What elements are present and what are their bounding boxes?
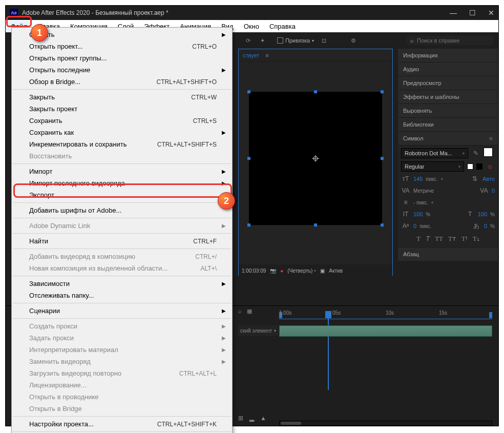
close-button[interactable]: ✕ [488, 9, 494, 17]
help-search[interactable]: ⌕ [406, 36, 493, 45]
eyedropper-icon[interactable]: ✎ [471, 149, 480, 158]
menu-help[interactable]: Справка [264, 21, 301, 32]
font-family-select[interactable]: Robotron Dot Ma...▾ [401, 148, 468, 158]
fill-stroke-swatch[interactable] [484, 148, 495, 159]
composition-canvas[interactable] [249, 92, 382, 225]
menu-item-label: Сценарии [29, 307, 217, 315]
minimize-button[interactable]: — [450, 9, 457, 17]
tsume-value[interactable]: 0 [484, 223, 487, 229]
search-input[interactable] [417, 37, 489, 44]
menu-item[interactable]: Экспорт▶ [12, 189, 232, 201]
puppet-icon[interactable]: ✦ [258, 36, 267, 45]
panel-audio[interactable]: Аудио [398, 63, 498, 76]
chevron-down-icon: ▾ [463, 151, 465, 156]
menu-item[interactable]: НайтиCTRL+F [12, 235, 232, 247]
menu-item[interactable]: Открыть последние▶ [12, 64, 232, 76]
menu-item[interactable]: Обзор в Bridge...CTRL+ALT+SHIFT+O [12, 76, 232, 88]
panel-character[interactable]: Символ ≡ [398, 132, 498, 146]
panel-align[interactable]: Выровнять [398, 104, 498, 118]
hscale-value[interactable]: 100 [478, 211, 487, 217]
bold-button[interactable]: T [416, 235, 421, 243]
camera-icon[interactable]: ▣ [320, 268, 325, 274]
time-ruler[interactable]: 1:00s 05s 10s 15s [279, 310, 492, 319]
menu-item[interactable]: Сценарии▶ [12, 305, 232, 317]
smallcaps-button[interactable]: Tᴛ [448, 235, 456, 243]
menu-item[interactable]: Зависимости▶ [12, 278, 232, 290]
font-style-select[interactable]: Regular▾ [401, 161, 464, 172]
menu-item[interactable]: СохранитьCTRL+S [12, 115, 232, 127]
scrollbar-thumb[interactable] [281, 422, 301, 425]
italic-button[interactable]: T [426, 235, 430, 243]
vscale-value[interactable]: 100 [413, 211, 423, 217]
leading-value[interactable]: Авто [482, 176, 495, 182]
menu-item[interactable]: Закрыть проект [12, 103, 232, 115]
menu-item[interactable]: Настройки проекта...CTRL+ALT+SHIFT+K [12, 418, 232, 430]
menu-item[interactable]: Импорт последнего видеоряда▶ [12, 177, 232, 189]
snap-toggle[interactable]: Привязка ▾ [277, 37, 314, 44]
menu-item[interactable]: ЗакрытьCTRL+W [12, 91, 232, 103]
resolution-dropdown[interactable]: (Четверть) ▾ [287, 268, 316, 274]
zoom-out-icon[interactable]: ▲ [260, 415, 266, 422]
handle-tl[interactable] [247, 90, 250, 93]
timeline-scrollbar[interactable] [279, 421, 492, 426]
layer-row[interactable]: ский элемент ▾ [238, 325, 278, 337]
menu-item[interactable]: Сохранить как▶ [12, 127, 232, 138]
menu-item[interactable]: Импорт▶ [12, 166, 232, 177]
search-icon[interactable]: ⌕ [238, 308, 242, 315]
bounds-icon[interactable]: ⊡ [319, 36, 328, 45]
channels-icon[interactable]: ● [280, 268, 283, 274]
settings-icon[interactable]: ⚙ [349, 36, 358, 45]
panel-menu-icon[interactable]: ≡ [265, 52, 268, 58]
black-swatch[interactable] [476, 163, 482, 170]
no-stroke-icon[interactable]: ⦸ [486, 162, 495, 171]
handle-bl[interactable] [247, 223, 250, 226]
handle-bm[interactable] [314, 223, 317, 226]
workarea-end[interactable] [489, 312, 492, 318]
panel-preview[interactable]: Предпросмотр [398, 76, 498, 90]
timecode[interactable]: 1:00:03:09 [242, 268, 266, 274]
handle-br[interactable] [381, 223, 384, 226]
handle-mr[interactable] [381, 157, 384, 160]
comp-icon[interactable]: ▦ [247, 308, 252, 315]
panel-libraries[interactable]: Библиотеки [398, 118, 498, 132]
canvas-area[interactable]: 1:00:03:09 📷 ● (Четверть) ▾ ▣ Актив [239, 61, 392, 277]
menu-item[interactable]: Открыть проект...CTRL+O [12, 40, 232, 52]
handle-tr[interactable] [381, 90, 384, 93]
layer-track-bar[interactable] [279, 325, 492, 337]
active-camera-label[interactable]: Актив [329, 268, 343, 274]
stroke-width-value[interactable]: - пикс. [413, 200, 428, 205]
square-icon [277, 37, 283, 44]
viewer-tab-label[interactable]: ствует [243, 52, 259, 58]
snap-label: Привязка [285, 37, 310, 44]
chevron-down-icon: ▾ [312, 38, 314, 43]
menu-item[interactable]: Инкрементировать и сохранитьCTRL+ALT+SHI… [12, 138, 232, 150]
handle-ml[interactable] [247, 157, 250, 160]
rotate-icon[interactable]: ⟳ [243, 36, 253, 45]
allcaps-button[interactable]: TT [435, 235, 443, 243]
panel-info[interactable]: Информация [398, 49, 498, 63]
menu-item[interactable]: Отслеживать папку... [12, 290, 232, 301]
tracking-value[interactable]: 0 [492, 188, 495, 194]
menu-item[interactable]: Добавить шрифты от Adobe... [12, 204, 232, 216]
subscript-button[interactable]: T₁ [473, 235, 479, 243]
panel-menu-icon[interactable]: ≡ [489, 135, 493, 142]
white-swatch[interactable] [467, 163, 473, 170]
maximize-button[interactable]: ☐ [469, 9, 476, 17]
handle-tm[interactable] [314, 90, 317, 93]
baseline-icon: Aª [401, 221, 410, 231]
baseline-value[interactable]: 0 [413, 223, 416, 229]
zoom-in-icon[interactable]: ▂ [249, 415, 254, 422]
anchor-point-icon[interactable] [312, 155, 319, 162]
panel-effects[interactable]: Эффекты и шаблоны [398, 90, 498, 104]
panel-paragraph[interactable]: Абзац [398, 247, 498, 261]
menu-item-label: Закрыть проект [29, 105, 217, 113]
superscript-button[interactable]: T¹ [461, 235, 468, 243]
toggle-switches-icon[interactable]: ⊞ [238, 415, 243, 422]
menu-window[interactable]: Окно [239, 21, 264, 32]
fill-swatch[interactable] [484, 148, 493, 157]
menu-item[interactable]: Открыть проект группы... [12, 52, 232, 64]
kerning-value[interactable]: Метриче [413, 188, 434, 194]
font-size-value[interactable]: 145 [413, 176, 423, 182]
snapshot-icon[interactable]: 📷 [270, 268, 276, 274]
playhead[interactable] [325, 311, 331, 318]
